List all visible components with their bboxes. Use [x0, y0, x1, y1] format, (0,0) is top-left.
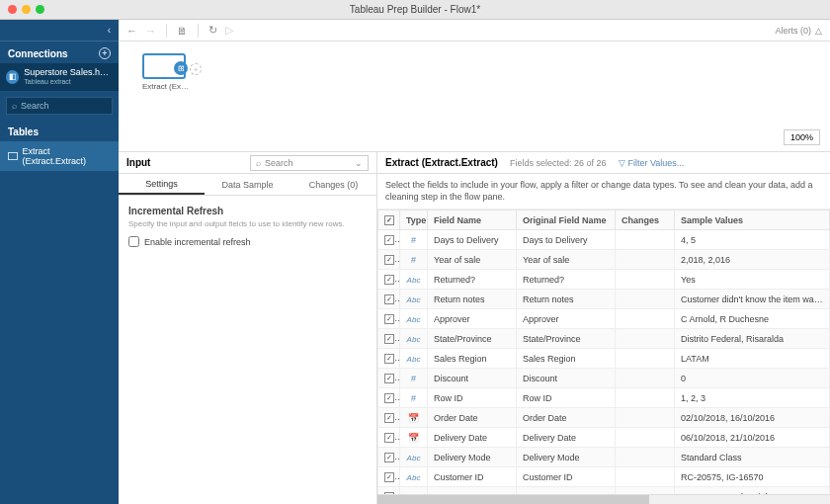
- col-header-sample[interactable]: Sample Values: [675, 210, 830, 230]
- row-type[interactable]: Abc: [400, 349, 428, 369]
- col-header-type[interactable]: Type: [400, 210, 428, 230]
- forward-button[interactable]: →: [145, 25, 156, 37]
- row-type[interactable]: #: [400, 230, 428, 250]
- table-row[interactable]: ✓AbcReturned?Returned?Yes: [378, 270, 830, 290]
- row-field-name[interactable]: Order Date: [428, 408, 517, 428]
- row-type[interactable]: Abc: [400, 487, 428, 494]
- col-header-original-name[interactable]: Original Field Name: [517, 210, 616, 230]
- sidebar-search[interactable]: ⌕ Search: [6, 97, 113, 115]
- col-header-checkbox[interactable]: ✓: [378, 210, 400, 230]
- tab-changes[interactable]: Changes (0): [290, 174, 376, 195]
- row-checkbox[interactable]: ✓: [378, 230, 400, 250]
- close-window-icon[interactable]: [8, 5, 17, 14]
- table-row[interactable]: ✓#DiscountDiscount0: [378, 369, 830, 388]
- row-checkbox[interactable]: ✓: [378, 250, 400, 270]
- row-type[interactable]: Abc: [400, 270, 428, 290]
- row-type[interactable]: Abc: [400, 467, 428, 487]
- string-type-icon: Abc: [407, 335, 421, 344]
- row-field-name[interactable]: Row ID: [428, 388, 517, 408]
- back-button[interactable]: ←: [126, 25, 137, 37]
- table-row[interactable]: ✓#Days to DeliveryDays to Delivery4, 5: [378, 230, 830, 250]
- checkbox-input[interactable]: [128, 236, 139, 247]
- row-sample: Distrito Federal, Risaralda: [675, 329, 830, 349]
- sidebar: ‹ Connections + ◧ Superstore Sales.hyper…: [0, 20, 119, 504]
- row-type[interactable]: 📅: [400, 408, 428, 428]
- row-checkbox[interactable]: ✓: [378, 329, 400, 349]
- maximize-window-icon[interactable]: [36, 5, 44, 14]
- input-panel: Input ⌕ Search ⌄ Settings Data Sample Ch…: [119, 152, 377, 504]
- row-field-name[interactable]: Customer Name: [428, 487, 517, 494]
- row-field-name[interactable]: Return notes: [428, 290, 517, 309]
- add-step-button[interactable]: +: [190, 63, 202, 75]
- table-row[interactable]: ✓#Year of saleYear of sale2,018, 2,016: [378, 250, 830, 270]
- col-header-changes[interactable]: Changes: [616, 210, 675, 230]
- table-row[interactable]: ✓📅Delivery DateDelivery Date06/10/2018, …: [378, 428, 830, 448]
- row-checkbox[interactable]: ✓: [378, 369, 400, 388]
- row-checkbox[interactable]: ✓: [378, 467, 400, 487]
- add-connection-button[interactable]: +: [99, 47, 111, 59]
- row-field-name[interactable]: Customer ID: [428, 467, 517, 487]
- row-field-name[interactable]: Delivery Mode: [428, 448, 517, 467]
- row-checkbox[interactable]: ✓: [378, 487, 400, 494]
- row-type[interactable]: Abc: [400, 448, 428, 467]
- run-button[interactable]: ▷: [225, 24, 233, 37]
- col-header-field-name[interactable]: Field Name: [428, 210, 517, 230]
- row-type[interactable]: #: [400, 388, 428, 408]
- row-type[interactable]: Abc: [400, 290, 428, 309]
- connection-item[interactable]: ◧ Superstore Sales.hyper Tableau extract: [0, 63, 119, 91]
- row-checkbox[interactable]: ✓: [378, 388, 400, 408]
- row-type[interactable]: 📅: [400, 428, 428, 448]
- sidebar-collapse[interactable]: ‹: [0, 20, 119, 42]
- flow-node-extract[interactable]: ⊞ + Extract (Extrac...: [142, 53, 190, 91]
- number-type-icon: #: [411, 393, 416, 403]
- number-type-icon: #: [411, 235, 416, 245]
- row-checkbox[interactable]: ✓: [378, 270, 400, 290]
- row-field-name[interactable]: Approver: [428, 309, 517, 329]
- row-field-name[interactable]: Delivery Date: [428, 428, 517, 448]
- row-field-name[interactable]: Sales Region: [428, 349, 517, 369]
- flow-canvas[interactable]: ⊞ + Extract (Extrac... 100%: [119, 42, 830, 152]
- row-changes: [616, 369, 675, 388]
- row-checkbox[interactable]: ✓: [378, 428, 400, 448]
- chevron-left-icon: ‹: [108, 25, 111, 36]
- tab-data-sample[interactable]: Data Sample: [205, 174, 290, 195]
- filter-values-button[interactable]: ▽ Filter Values...: [619, 158, 685, 168]
- table-row[interactable]: ✓AbcDelivery ModeDelivery ModeStandard C…: [378, 448, 830, 467]
- table-row[interactable]: ✓AbcSales RegionSales RegionLATAM: [378, 349, 830, 369]
- row-type[interactable]: #: [400, 369, 428, 388]
- row-checkbox[interactable]: ✓: [378, 309, 400, 329]
- row-type[interactable]: Abc: [400, 329, 428, 349]
- input-search[interactable]: ⌕ Search ⌄: [250, 155, 369, 171]
- tables-label: Tables: [8, 126, 39, 137]
- tab-settings[interactable]: Settings: [119, 174, 205, 195]
- row-checkbox[interactable]: ✓: [378, 290, 400, 309]
- table-row[interactable]: ✓AbcState/ProvinceState/ProvinceDistrito…: [378, 329, 830, 349]
- row-checkbox[interactable]: ✓: [378, 408, 400, 428]
- row-field-name[interactable]: Year of sale: [428, 250, 517, 270]
- datasource-icon: ◧: [6, 70, 19, 84]
- row-field-name[interactable]: Discount: [428, 369, 517, 388]
- date-type-icon: 📅: [408, 433, 419, 443]
- table-row[interactable]: ✓#Row IDRow ID1, 2, 3: [378, 388, 830, 408]
- save-button[interactable]: 🗎: [177, 25, 188, 37]
- table-row[interactable]: ✓AbcApproverApproverC Arnold, R Duchesne: [378, 309, 830, 329]
- table-row[interactable]: ✓AbcCustomer IDCustomer IDRC-20575, IG-1…: [378, 467, 830, 487]
- table-row[interactable]: ✓AbcReturn notesReturn notesCustomer did…: [378, 290, 830, 309]
- row-checkbox[interactable]: ✓: [378, 448, 400, 467]
- table-row[interactable]: ✓AbcCustomer NameCustomer NameReyes Coto…: [378, 487, 830, 494]
- row-type[interactable]: Abc: [400, 309, 428, 329]
- enable-incremental-checkbox[interactable]: Enable incremental refresh: [128, 236, 367, 247]
- zoom-indicator[interactable]: 100%: [784, 129, 820, 145]
- row-checkbox[interactable]: ✓: [378, 349, 400, 369]
- alerts-button[interactable]: Alerts (0) △: [775, 26, 822, 36]
- horizontal-scrollbar[interactable]: [377, 494, 830, 504]
- table-item[interactable]: Extract (Extract.Extract): [0, 141, 119, 171]
- refresh-button[interactable]: ↻: [208, 24, 217, 37]
- row-field-name[interactable]: State/Province: [428, 329, 517, 349]
- scrollbar-thumb[interactable]: [377, 495, 649, 504]
- row-field-name[interactable]: Returned?: [428, 270, 517, 290]
- row-type[interactable]: #: [400, 250, 428, 270]
- row-field-name[interactable]: Days to Delivery: [428, 230, 517, 250]
- minimize-window-icon[interactable]: [22, 5, 31, 14]
- table-row[interactable]: ✓📅Order DateOrder Date02/10/2018, 16/10/…: [378, 408, 830, 428]
